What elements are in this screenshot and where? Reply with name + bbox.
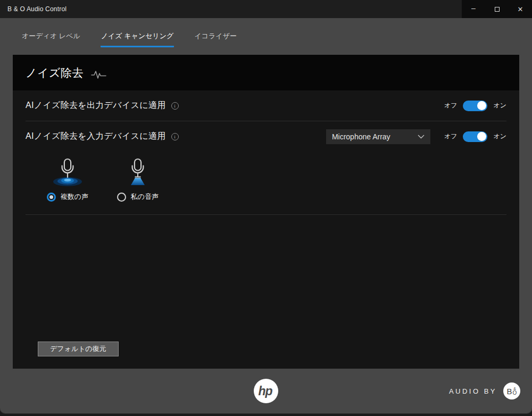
voice-option-multiple-voices: 複数の声: [46, 157, 89, 202]
tab-equalizer[interactable]: イコライザー: [194, 26, 237, 47]
input-toggle-group: オフ オン: [444, 131, 506, 142]
panel-heading: ノイズ除去: [26, 65, 84, 80]
tab-bar: オーディオ レベル ノイズ キャンセリング イコライザー: [0, 18, 532, 55]
hp-logo-text: hp: [258, 384, 273, 398]
waveform-icon: [91, 70, 107, 79]
tab-audio-levels[interactable]: オーディオ レベル: [21, 26, 81, 47]
voice-mode-options: 複数の声: [13, 152, 519, 202]
panel-header: ノイズ除去: [13, 55, 519, 90]
mic-my-voice-icon: [117, 157, 159, 188]
toggle-knob: [477, 132, 486, 141]
output-toggle-switch[interactable]: [463, 101, 487, 111]
radio-multiple-voices[interactable]: [47, 193, 56, 202]
app-window: B & O Audio Control – ✕ オーディオ レベル ノイズ キャ…: [0, 0, 532, 413]
chevron-down-icon: [418, 135, 425, 139]
toggle-on-label: オン: [493, 101, 506, 110]
minimize-icon: –: [471, 4, 476, 12]
maximize-icon: [495, 7, 500, 12]
toggle-off-label: オフ: [444, 132, 458, 141]
output-row-label: AIノイズ除去を出力デバイスに適用: [26, 100, 166, 111]
mic-multiple-voices-icon: [46, 157, 89, 188]
audio-by-label: AUDIO BY: [449, 387, 497, 395]
footer: hp AUDIO BY B & O: [0, 369, 532, 413]
input-row-label: AIノイズ除去を入力デバイスに適用: [26, 131, 166, 142]
voice-option-my-voice: 私の音声: [117, 157, 159, 202]
window-controls: – ✕: [462, 0, 532, 18]
ai-noise-removal-input-row: AIノイズ除去を入力デバイスに適用 i Microphone Array オフ …: [13, 121, 519, 152]
noise-cancelling-panel: ノイズ除去 AIノイズ除去を出力デバイスに適用 i オフ オン AIノ: [13, 55, 519, 369]
close-icon: ✕: [518, 5, 523, 13]
maximize-button[interactable]: [485, 0, 509, 18]
ai-noise-removal-output-row: AIノイズ除去を出力デバイスに適用 i オフ オン: [13, 90, 519, 121]
input-device-dropdown[interactable]: Microphone Array: [326, 129, 430, 144]
input-toggle-switch[interactable]: [463, 131, 487, 142]
info-icon[interactable]: i: [171, 102, 179, 110]
titlebar: B & O Audio Control – ✕: [0, 0, 532, 18]
audio-by-branding: AUDIO BY B & O: [449, 382, 520, 400]
tab-noise-cancelling[interactable]: ノイズ キャンセリング: [101, 26, 174, 47]
info-icon[interactable]: i: [171, 133, 179, 140]
hp-logo: hp: [254, 379, 278, 403]
toggle-off-label: オフ: [444, 101, 458, 110]
radio-my-voice[interactable]: [117, 193, 126, 202]
bang-olufsen-logo-icon: B & O: [503, 382, 520, 400]
output-toggle-group: オフ オン: [444, 101, 506, 111]
voice-option-label: 複数の声: [61, 192, 88, 202]
voice-option-label: 私の音声: [131, 192, 159, 202]
input-device-selected: Microphone Array: [332, 132, 390, 141]
restore-defaults-button[interactable]: デフォルトの復元: [38, 342, 119, 356]
window-title: B & O Audio Control: [0, 5, 66, 13]
close-button[interactable]: ✕: [509, 0, 532, 18]
toggle-on-label: オン: [493, 132, 506, 141]
toggle-knob: [477, 101, 486, 110]
minimize-button[interactable]: –: [462, 0, 485, 18]
